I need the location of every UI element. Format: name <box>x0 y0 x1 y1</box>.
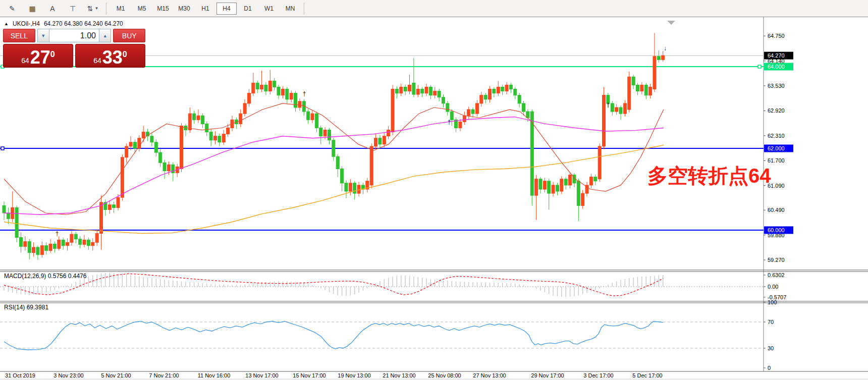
fibonacci-grid-icon[interactable]: ▦ <box>23 2 42 16</box>
svg-text:62.920: 62.920 <box>768 107 785 114</box>
timeframe-m15-button[interactable]: M15 <box>153 3 173 15</box>
sell-price-panel[interactable]: 64 27 0 <box>3 44 73 68</box>
svg-text:19 Nov 13:00: 19 Nov 13:00 <box>338 372 370 378</box>
trade-marker: † <box>448 119 451 126</box>
svg-text:0.6302: 0.6302 <box>768 272 785 278</box>
volume-decrease-button[interactable]: ▼ <box>37 29 49 42</box>
one-click-trading-panel: SELL ▼ ▲ BUY 64 27 0 64 33 0 <box>3 29 145 68</box>
svg-text:5 Nov 21:00: 5 Nov 21:00 <box>101 372 131 378</box>
svg-text:5 Dec 17:00: 5 Dec 17:00 <box>632 372 662 378</box>
collapse-icon[interactable]: ▲ <box>4 21 9 26</box>
text-icon[interactable]: A <box>43 2 62 16</box>
toolbar-separator <box>106 3 107 15</box>
svg-text:0: 0 <box>768 365 771 371</box>
chart-annotation-text[interactable]: 多空转折点64 <box>647 165 771 187</box>
buy-price-big: 33 <box>102 50 123 66</box>
sell-button[interactable]: SELL <box>3 29 35 42</box>
svg-text:59.270: 59.270 <box>768 257 785 263</box>
svg-text:MACD(12,26,9) 0.5756 0.4476: MACD(12,26,9) 0.5756 0.4476 <box>4 273 87 280</box>
svg-text:15 Nov 17:00: 15 Nov 17:00 <box>293 372 326 378</box>
buy-price-prefix: 64 <box>93 57 101 64</box>
timeframe-d1-button[interactable]: D1 <box>238 3 258 15</box>
trade-marker: ↓ <box>664 45 667 52</box>
timeframe-m1-button[interactable]: M1 <box>111 3 131 15</box>
svg-text:11 Nov 16:00: 11 Nov 16:00 <box>198 372 231 378</box>
buy-price-sup: 0 <box>123 50 127 59</box>
svg-text:0.00: 0.00 <box>768 284 778 290</box>
svg-text:29 Nov 17:00: 29 Nov 17:00 <box>531 372 564 378</box>
symbol-header: ▲ UKOil-,H4 64.270 64.380 64.240 64.270 <box>4 20 123 27</box>
svg-text:100: 100 <box>768 299 777 305</box>
symbol-ohlc: 64.270 64.380 64.240 64.270 <box>44 20 123 27</box>
svg-text:31 Oct 2019: 31 Oct 2019 <box>5 372 35 378</box>
svg-text:13 Nov 17:00: 13 Nov 17:00 <box>245 372 278 378</box>
volume-increase-button[interactable]: ▲ <box>99 29 111 42</box>
mt4-chart-window: ✎▦A⊤⇅▼ M1M5M15M30H1H4D1W1MN 多空转折点64↓††††… <box>0 0 868 380</box>
svg-text:64.000: 64.000 <box>768 64 785 70</box>
svg-text:7 Nov 21:00: 7 Nov 21:00 <box>149 372 179 378</box>
toolbar-separator-2 <box>304 3 305 15</box>
svg-text:63.530: 63.530 <box>768 83 785 89</box>
timeframe-m30-button[interactable]: M30 <box>174 3 194 15</box>
buy-price-panel[interactable]: 64 33 0 <box>75 44 145 68</box>
draw-tools-group: ✎▦A⊤⇅▼ <box>2 2 103 16</box>
svg-text:64.750: 64.750 <box>768 33 785 39</box>
sell-price-sup: 0 <box>50 50 55 59</box>
svg-text:70: 70 <box>768 319 774 325</box>
svg-text:3 Nov 23:00: 3 Nov 23:00 <box>53 372 83 378</box>
trade-marker: † <box>303 90 306 97</box>
sell-price-big: 27 <box>30 50 50 66</box>
svg-text:60.000: 60.000 <box>768 227 785 233</box>
svg-text:62.000: 62.000 <box>768 145 785 151</box>
svg-text:21 Nov 13:00: 21 Nov 13:00 <box>383 372 415 378</box>
symbol-title: UKOil-,H4 <box>13 20 40 27</box>
equidistant-channel-icon[interactable]: ✎ <box>3 2 22 16</box>
svg-text:64.270: 64.270 <box>768 52 785 59</box>
arrow-dropdown-icon[interactable]: ▼ <box>94 6 98 11</box>
toolbar: ✎▦A⊤⇅▼ M1M5M15M30H1H4D1W1MN <box>0 0 868 17</box>
timeframe-h4-button[interactable]: H4 <box>216 3 237 15</box>
svg-text:62.310: 62.310 <box>768 133 785 139</box>
svg-text:61.700: 61.700 <box>768 157 785 164</box>
timeframe-h1-button[interactable]: H1 <box>195 3 215 15</box>
timeframe-w1-button[interactable]: W1 <box>259 3 279 15</box>
timeframes-group: M1M5M15M30H1H4D1W1MN <box>110 3 301 15</box>
timeframe-mn-button[interactable]: MN <box>280 3 300 15</box>
text-label-icon[interactable]: ⊤ <box>63 2 82 16</box>
svg-text:25 Nov 08:00: 25 Nov 08:00 <box>428 372 461 378</box>
svg-text:61.090: 61.090 <box>768 183 785 189</box>
buy-button[interactable]: BUY <box>113 29 145 42</box>
trade-marker: † <box>56 230 59 237</box>
svg-text:30: 30 <box>768 345 774 351</box>
timeframe-m5-button[interactable]: M5 <box>132 3 152 15</box>
volume-input[interactable] <box>49 29 99 42</box>
arrow-objects-icon[interactable]: ⇅▼ <box>83 2 102 16</box>
svg-text:3 Dec 17:00: 3 Dec 17:00 <box>583 372 613 378</box>
svg-text:60.490: 60.490 <box>768 207 785 213</box>
trade-marker: † <box>607 101 610 108</box>
price-axis[interactable]: 64.75064.14063.53062.92062.31061.70061.0… <box>764 33 793 263</box>
svg-text:RSI(14) 69.3981: RSI(14) 69.3981 <box>4 304 48 311</box>
sell-price-prefix: 64 <box>21 57 29 64</box>
svg-text:27 Nov 13:00: 27 Nov 13:00 <box>473 372 506 378</box>
